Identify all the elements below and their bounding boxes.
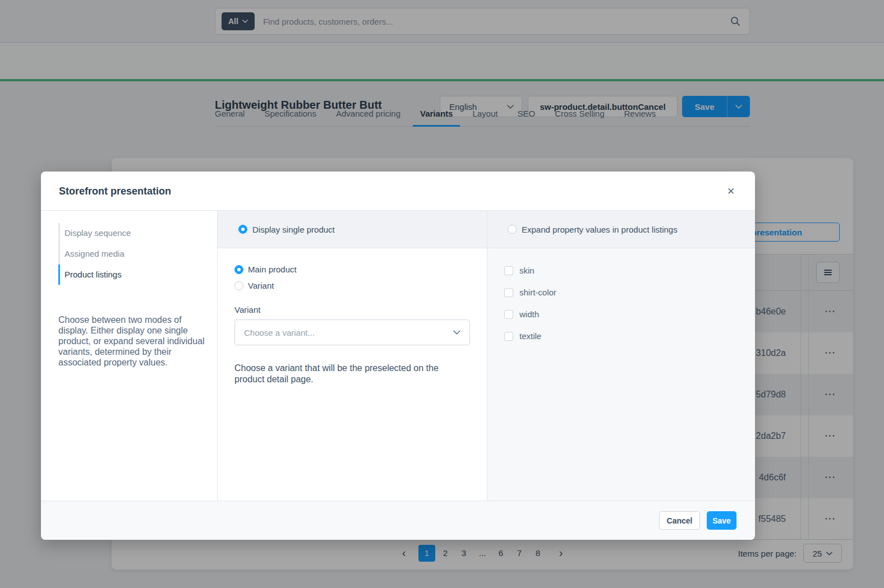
variant-helper-text: Choose a variant that will be the presel…	[234, 363, 460, 385]
property-skin-checkbox[interactable]	[504, 266, 513, 275]
modal-header: Storefront presentation ✕	[41, 172, 755, 211]
modal-cancel-button[interactable]: Cancel	[659, 511, 700, 530]
chevron-down-icon	[453, 330, 461, 335]
expand-column-background	[487, 211, 755, 501]
variant-select-placeholder: Choose a variant...	[244, 328, 315, 337]
variant-option: Variant	[234, 281, 274, 290]
property-skin-label: skin	[519, 266, 535, 275]
main-product-label: Main product	[248, 265, 297, 274]
property-item: shirt-color	[504, 288, 556, 297]
property-width-checkbox[interactable]	[504, 310, 513, 319]
property-shirt-color-checkbox[interactable]	[504, 288, 513, 297]
property-width-label: width	[519, 309, 539, 319]
property-shirt-color-label: shirt-color	[519, 288, 556, 297]
display-single-product-radio[interactable]	[238, 225, 247, 234]
property-item: width	[504, 309, 556, 319]
nav-display-sequence[interactable]: Display sequence	[65, 223, 131, 243]
expand-property-values-radio[interactable]	[508, 225, 517, 234]
mode-description: Choose between two modes of display. Eit…	[58, 314, 206, 368]
close-icon[interactable]: ✕	[722, 182, 740, 200]
modal-column-divider	[487, 211, 487, 501]
expand-mode-header: Expand property values in product listin…	[487, 211, 755, 248]
display-single-product-label: Display single product	[252, 225, 335, 234]
modal-footer: Cancel Save	[41, 501, 755, 540]
main-product-option: Main product	[234, 265, 297, 274]
single-product-mode-header: Display single product	[218, 211, 487, 248]
variant-field-label: Variant	[234, 305, 260, 314]
nav-product-listings[interactable]: Product listings	[65, 264, 122, 285]
storefront-presentation-modal: Storefront presentation ✕ Display sequen…	[41, 172, 755, 540]
property-textile-label: textile	[519, 331, 541, 341]
variant-select[interactable]: Choose a variant...	[234, 320, 470, 345]
modal-title: Storefront presentation	[59, 172, 171, 211]
modal-nav-active-indicator	[58, 265, 60, 285]
modal-save-button[interactable]: Save	[707, 511, 736, 530]
property-item: textile	[504, 331, 556, 341]
property-textile-checkbox[interactable]	[504, 332, 513, 341]
variant-radio[interactable]	[234, 281, 243, 290]
variant-option-label: Variant	[248, 281, 274, 290]
property-list: skin shirt-color width textile	[504, 266, 556, 341]
main-product-radio[interactable]	[234, 265, 243, 274]
property-item: skin	[504, 266, 556, 275]
modal-column-divider	[217, 211, 218, 501]
shopware-admin-product-detail: All Lightweight Rubber Butter Butt Engli…	[0, 0, 884, 588]
nav-assigned-media[interactable]: Assigned media	[65, 243, 125, 264]
expand-property-values-label: Expand property values in product listin…	[522, 225, 678, 234]
